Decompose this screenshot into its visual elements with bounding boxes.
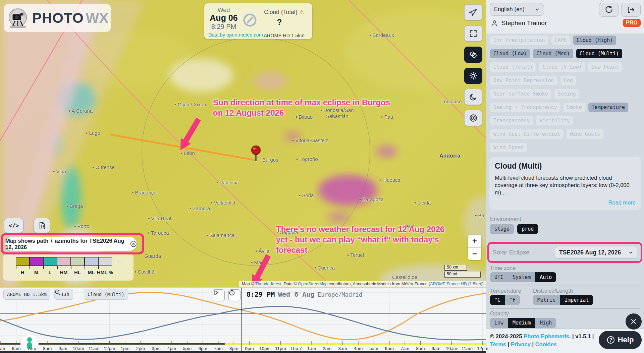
link[interactable]: AROME France HD (1.5km) <box>430 282 482 286</box>
refresh-button[interactable] <box>599 3 619 17</box>
layer-button-seeing-transparency[interactable]: Seeing + Transparency <box>490 103 560 112</box>
sidebar-footer: © 2024-2025 Photo Ephemeris. | v1.5.1 | … <box>486 329 644 353</box>
map-control-overlap-circles[interactable] <box>464 47 482 63</box>
option-utc[interactable]: UTC <box>490 272 508 282</box>
layer-button-wind-gusts[interactable]: Wind Gusts <box>567 129 603 139</box>
map-control-navigation-arrow[interactable] <box>464 4 482 20</box>
distance-unit-toggle: MetricImperial <box>533 295 593 305</box>
option-stage[interactable]: stage <box>490 224 514 234</box>
text: | <box>506 341 511 347</box>
legend-tick <box>71 266 71 269</box>
solar-eclipse-select[interactable]: TSE2026 Aug 12, 2026 <box>555 246 637 259</box>
language-select[interactable]: English (en) <box>490 3 544 16</box>
zoom-out-button[interactable]: − <box>468 248 481 260</box>
timeline-panel[interactable]: AROME HD 1.5km-13hCloud (Multi) 8:29 PM … <box>0 287 486 353</box>
axis-label: 2am <box>323 346 331 351</box>
embed-code-button[interactable]: </> <box>4 218 23 233</box>
option-system[interactable]: System <box>508 272 535 282</box>
option-auto[interactable]: Auto <box>535 272 556 282</box>
help-button[interactable]: Help <box>599 331 642 349</box>
read-more-link[interactable]: Read more <box>495 199 636 206</box>
layer-button-dew-point[interactable]: Dew Point <box>588 62 622 72</box>
option-medium[interactable]: Medium <box>508 318 535 328</box>
data-source-link[interactable]: Data by open-meteo.com <box>208 32 263 38</box>
layer-button-seeing[interactable]: Seeing <box>554 89 579 99</box>
timeline-badge--13h[interactable]: -13h <box>54 289 73 300</box>
timeline-badge-arome-hd-1-5km[interactable]: AROME HD 1.5km <box>3 289 50 300</box>
option-c[interactable]: °C <box>490 295 505 305</box>
layer-button-cloud-high-[interactable]: Cloud (High) <box>573 36 616 45</box>
close-panel-button[interactable] <box>626 313 642 330</box>
play-button[interactable] <box>213 289 225 301</box>
person-icon <box>491 19 498 27</box>
text: | <box>531 341 535 347</box>
sun-icon <box>469 71 478 80</box>
link[interactable]: Privacy <box>511 341 531 347</box>
layer-button-cloud-low-[interactable]: Cloud (Low) <box>490 49 530 58</box>
link[interactable]: Thunderforest <box>255 282 281 286</box>
layer-button-visibility[interactable]: Visibility <box>536 116 573 125</box>
axis-label: 8am <box>416 346 425 351</box>
layer-button-1hr-precipitation[interactable]: 1hr Precipitation <box>490 36 548 45</box>
layer-button-wind-speed[interactable]: Wind Speed <box>490 143 527 152</box>
solar-eclipse-label: Solar Eclipse <box>492 249 530 256</box>
axis-label: Thu 7 <box>290 346 302 351</box>
option-metric[interactable]: Metric <box>533 295 560 305</box>
timeline-badge-cloud-multi-[interactable]: Cloud (Multi) <box>84 289 128 300</box>
text: , Data © <box>281 282 298 286</box>
close-icon <box>630 318 637 325</box>
option-low[interactable]: Low <box>490 318 508 328</box>
map-control-fullscreen[interactable] <box>464 25 482 42</box>
option-high[interactable]: High <box>535 318 556 328</box>
layer-button-cloud-multi-[interactable]: Cloud (Multi) <box>576 49 622 58</box>
link[interactable]: Terms <box>490 341 506 347</box>
clock <box>55 289 60 294</box>
text: ) <box>482 282 484 286</box>
layer-button-transparency[interactable]: Transparency <box>490 116 533 125</box>
layer-button-cloud-med-[interactable]: Cloud (Med) <box>533 49 573 58</box>
link[interactable]: OpenStreetMap <box>298 282 327 286</box>
map-canvas[interactable]: • A Coruña• Lugo• Vigo• Ourense• Braga• … <box>0 0 486 287</box>
layer-button-cloud-v-low-[interactable]: Cloud (V Low) <box>539 62 585 72</box>
legend-tick <box>43 266 44 269</box>
solar-eclipse-highlight: Solar Eclipse TSE2026 Aug 12, 2026 <box>487 242 642 263</box>
axis-label: 12pm <box>477 346 488 351</box>
time-picker-button[interactable] <box>228 289 240 301</box>
divider <box>490 214 640 214</box>
layer-button-cape[interactable]: CAPE <box>551 36 570 45</box>
pro-badge: PRO <box>623 19 641 27</box>
map-control-target[interactable] <box>464 110 482 126</box>
axis-label: 7am <box>28 346 36 351</box>
photo-wx-app: • A Coruña• Lugo• Vigo• Ourense• Braga• … <box>0 0 644 353</box>
close-message-icon[interactable] <box>130 240 137 248</box>
svg-text:{): {) <box>41 225 44 228</box>
question-icon <box>607 336 615 344</box>
layer-button-near-surface-smoke[interactable]: Near-surface Smoke <box>490 89 551 99</box>
no-data-icon <box>243 13 257 27</box>
zoom-in-button[interactable]: + <box>468 235 481 248</box>
layer-button-smoke[interactable]: Smoke <box>564 103 585 112</box>
layer-button-dew-point-depression[interactable]: Dew Point Depression <box>490 76 557 85</box>
sign-out-button[interactable] <box>621 3 641 17</box>
layer-button-temperature[interactable]: Temperature <box>588 103 628 112</box>
link[interactable]: Photo Ephemeris <box>524 333 569 339</box>
warning-icon: ⚠ <box>299 9 304 15</box>
user-account[interactable]: Stephen Trainor <box>491 19 547 27</box>
map-control-sun[interactable] <box>464 68 482 84</box>
legend-swatch <box>30 257 43 266</box>
legend-swatch <box>43 257 57 266</box>
sign-out-icon <box>627 6 635 14</box>
layer-button-fog[interactable]: Fog <box>560 76 576 85</box>
axis-label: 6am <box>12 346 20 351</box>
report-document-button[interactable]: {) <box>34 218 50 233</box>
link[interactable]: Cookies <box>535 341 557 347</box>
refresh-icon <box>605 6 613 14</box>
option-imperial[interactable]: Imperial <box>560 295 593 305</box>
map-control-moon[interactable] <box>464 89 482 105</box>
option-prod[interactable]: prod <box>517 224 538 234</box>
model-label: AROME HD 1.5km <box>257 33 311 38</box>
layer-button-cloud-total-[interactable]: Cloud (Total) <box>490 62 536 72</box>
option-f[interactable]: °F <box>505 295 520 305</box>
layer-button-wind-gust-differential[interactable]: Wind Gust Differential <box>490 129 564 139</box>
settings-sidebar: English (en) Stephen Trainor PRO <box>486 0 644 353</box>
